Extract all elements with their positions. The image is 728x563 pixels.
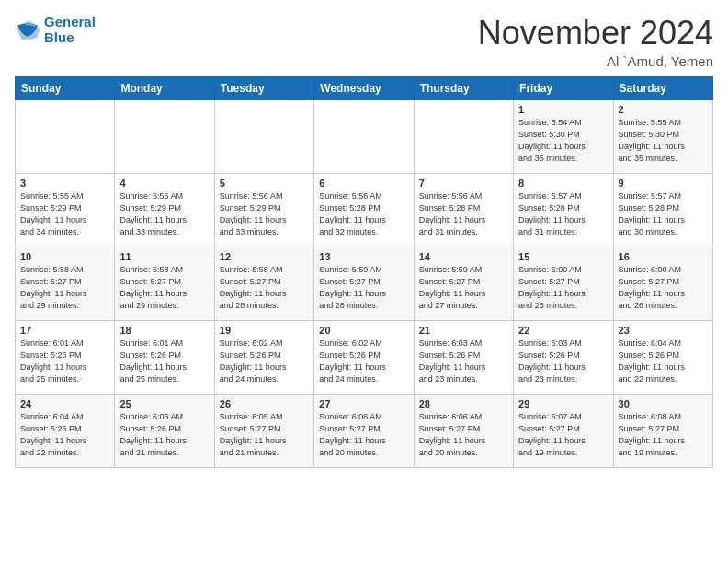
day-cell: 22Sunrise: 6:03 AM Sunset: 5:26 PM Dayli… xyxy=(514,320,613,394)
day-number: 6 xyxy=(319,178,408,189)
day-info: Sunrise: 6:08 AM Sunset: 5:27 PM Dayligh… xyxy=(619,411,708,459)
day-cell: 27Sunrise: 6:06 AM Sunset: 5:27 PM Dayli… xyxy=(314,394,414,467)
day-cell: 24Sunrise: 6:04 AM Sunset: 5:26 PM Dayli… xyxy=(16,394,115,467)
day-info: Sunrise: 6:02 AM Sunset: 5:26 PM Dayligh… xyxy=(319,338,408,385)
week-row-3: 10Sunrise: 5:58 AM Sunset: 5:27 PM Dayli… xyxy=(16,247,713,320)
day-info: Sunrise: 6:02 AM Sunset: 5:26 PM Dayligh… xyxy=(220,338,309,385)
day-cell: 7Sunrise: 5:56 AM Sunset: 5:28 PM Daylig… xyxy=(414,173,513,247)
day-info: Sunrise: 6:05 AM Sunset: 5:27 PM Dayligh… xyxy=(220,411,309,459)
day-number: 5 xyxy=(220,178,309,189)
day-info: Sunrise: 5:56 AM Sunset: 5:28 PM Dayligh… xyxy=(419,190,508,238)
day-cell: 5Sunrise: 5:56 AM Sunset: 5:29 PM Daylig… xyxy=(214,173,313,247)
col-header-saturday: Saturday xyxy=(613,76,712,99)
day-cell xyxy=(214,99,313,173)
day-number: 3 xyxy=(20,178,109,189)
day-cell: 1Sunrise: 5:54 AM Sunset: 5:30 PM Daylig… xyxy=(514,99,613,173)
day-number: 19 xyxy=(220,325,309,336)
day-info: Sunrise: 5:58 AM Sunset: 5:27 PM Dayligh… xyxy=(119,264,209,312)
day-info: Sunrise: 5:56 AM Sunset: 5:28 PM Dayligh… xyxy=(319,190,408,238)
month-title: November 2024 xyxy=(478,15,713,52)
day-number: 2 xyxy=(619,104,708,115)
day-cell: 26Sunrise: 6:05 AM Sunset: 5:27 PM Dayli… xyxy=(214,394,313,467)
day-info: Sunrise: 5:58 AM Sunset: 5:27 PM Dayligh… xyxy=(220,264,309,312)
week-row-5: 24Sunrise: 6:04 AM Sunset: 5:26 PM Dayli… xyxy=(16,394,713,467)
day-cell xyxy=(16,99,115,173)
day-number: 4 xyxy=(119,178,209,189)
calendar: SundayMondayTuesdayWednesdayThursdayFrid… xyxy=(15,76,713,468)
day-cell: 29Sunrise: 6:07 AM Sunset: 5:27 PM Dayli… xyxy=(514,394,613,467)
day-number: 27 xyxy=(319,398,408,409)
col-header-friday: Friday xyxy=(514,76,613,99)
day-number: 8 xyxy=(518,178,608,189)
day-info: Sunrise: 5:56 AM Sunset: 5:29 PM Dayligh… xyxy=(220,190,309,238)
day-cell: 16Sunrise: 6:00 AM Sunset: 5:27 PM Dayli… xyxy=(613,247,712,320)
week-row-1: 1Sunrise: 5:54 AM Sunset: 5:30 PM Daylig… xyxy=(16,99,713,173)
day-info: Sunrise: 6:07 AM Sunset: 5:27 PM Dayligh… xyxy=(518,411,608,459)
day-number: 10 xyxy=(20,251,109,262)
day-cell: 9Sunrise: 5:57 AM Sunset: 5:28 PM Daylig… xyxy=(613,173,712,247)
day-info: Sunrise: 5:59 AM Sunset: 5:27 PM Dayligh… xyxy=(319,264,408,312)
day-number: 23 xyxy=(619,325,708,336)
location: Al `Amud, Yemen xyxy=(478,53,713,69)
day-info: Sunrise: 6:01 AM Sunset: 5:26 PM Dayligh… xyxy=(119,338,209,385)
day-number: 21 xyxy=(419,325,508,336)
day-info: Sunrise: 6:06 AM Sunset: 5:27 PM Dayligh… xyxy=(319,411,408,459)
day-cell: 10Sunrise: 5:58 AM Sunset: 5:27 PM Dayli… xyxy=(16,247,115,320)
week-row-4: 17Sunrise: 6:01 AM Sunset: 5:26 PM Dayli… xyxy=(16,320,713,394)
logo: General Blue xyxy=(15,15,96,45)
day-cell: 28Sunrise: 6:06 AM Sunset: 5:27 PM Dayli… xyxy=(414,394,513,467)
day-info: Sunrise: 6:01 AM Sunset: 5:26 PM Dayligh… xyxy=(20,338,109,385)
logo-text: General Blue xyxy=(44,15,96,45)
logo-icon xyxy=(15,19,40,41)
day-cell: 20Sunrise: 6:02 AM Sunset: 5:26 PM Dayli… xyxy=(314,320,414,394)
day-info: Sunrise: 5:55 AM Sunset: 5:30 PM Dayligh… xyxy=(619,117,708,165)
day-cell: 14Sunrise: 5:59 AM Sunset: 5:27 PM Dayli… xyxy=(414,247,513,320)
day-number: 16 xyxy=(619,251,708,262)
day-cell: 6Sunrise: 5:56 AM Sunset: 5:28 PM Daylig… xyxy=(314,173,414,247)
day-info: Sunrise: 5:57 AM Sunset: 5:28 PM Dayligh… xyxy=(518,190,608,238)
day-cell: 13Sunrise: 5:59 AM Sunset: 5:27 PM Dayli… xyxy=(314,247,414,320)
logo-blue: Blue xyxy=(44,29,74,45)
day-cell: 21Sunrise: 6:03 AM Sunset: 5:26 PM Dayli… xyxy=(414,320,513,394)
day-number: 24 xyxy=(20,398,109,409)
day-number: 25 xyxy=(119,398,209,409)
day-info: Sunrise: 6:04 AM Sunset: 5:26 PM Dayligh… xyxy=(619,338,708,385)
page: General Blue November 2024 Al `Amud, Yem… xyxy=(0,0,728,477)
day-cell: 17Sunrise: 6:01 AM Sunset: 5:26 PM Dayli… xyxy=(16,320,115,394)
day-number: 14 xyxy=(419,251,508,262)
day-info: Sunrise: 5:54 AM Sunset: 5:30 PM Dayligh… xyxy=(518,117,608,165)
day-number: 18 xyxy=(119,325,209,336)
day-info: Sunrise: 6:06 AM Sunset: 5:27 PM Dayligh… xyxy=(419,411,508,459)
day-number: 29 xyxy=(518,398,608,409)
col-header-wednesday: Wednesday xyxy=(314,76,414,99)
day-number: 9 xyxy=(619,178,708,189)
day-info: Sunrise: 5:55 AM Sunset: 5:29 PM Dayligh… xyxy=(20,190,109,238)
day-info: Sunrise: 6:03 AM Sunset: 5:26 PM Dayligh… xyxy=(518,338,608,385)
day-cell: 11Sunrise: 5:58 AM Sunset: 5:27 PM Dayli… xyxy=(115,247,214,320)
day-number: 28 xyxy=(419,398,508,409)
day-number: 26 xyxy=(220,398,309,409)
day-info: Sunrise: 6:04 AM Sunset: 5:26 PM Dayligh… xyxy=(20,411,109,459)
day-number: 30 xyxy=(619,398,708,409)
day-number: 11 xyxy=(119,251,209,262)
day-info: Sunrise: 6:05 AM Sunset: 5:26 PM Dayligh… xyxy=(119,411,209,459)
day-cell: 2Sunrise: 5:55 AM Sunset: 5:30 PM Daylig… xyxy=(613,99,712,173)
day-cell: 25Sunrise: 6:05 AM Sunset: 5:26 PM Dayli… xyxy=(115,394,214,467)
col-header-sunday: Sunday xyxy=(16,76,115,99)
title-block: November 2024 Al `Amud, Yemen xyxy=(478,15,713,69)
day-cell: 8Sunrise: 5:57 AM Sunset: 5:28 PM Daylig… xyxy=(514,173,613,247)
day-info: Sunrise: 5:58 AM Sunset: 5:27 PM Dayligh… xyxy=(20,264,109,312)
day-cell: 3Sunrise: 5:55 AM Sunset: 5:29 PM Daylig… xyxy=(16,173,115,247)
day-cell: 12Sunrise: 5:58 AM Sunset: 5:27 PM Dayli… xyxy=(214,247,313,320)
day-cell: 18Sunrise: 6:01 AM Sunset: 5:26 PM Dayli… xyxy=(115,320,214,394)
day-number: 15 xyxy=(518,251,608,262)
day-cell xyxy=(115,99,214,173)
header: General Blue November 2024 Al `Amud, Yem… xyxy=(15,15,713,69)
day-info: Sunrise: 5:59 AM Sunset: 5:27 PM Dayligh… xyxy=(419,264,508,312)
day-number: 13 xyxy=(319,251,408,262)
day-cell: 4Sunrise: 5:55 AM Sunset: 5:29 PM Daylig… xyxy=(115,173,214,247)
day-info: Sunrise: 5:55 AM Sunset: 5:29 PM Dayligh… xyxy=(119,190,209,238)
day-cell: 15Sunrise: 6:00 AM Sunset: 5:27 PM Dayli… xyxy=(514,247,613,320)
day-info: Sunrise: 6:00 AM Sunset: 5:27 PM Dayligh… xyxy=(518,264,608,312)
day-number: 1 xyxy=(518,104,608,115)
